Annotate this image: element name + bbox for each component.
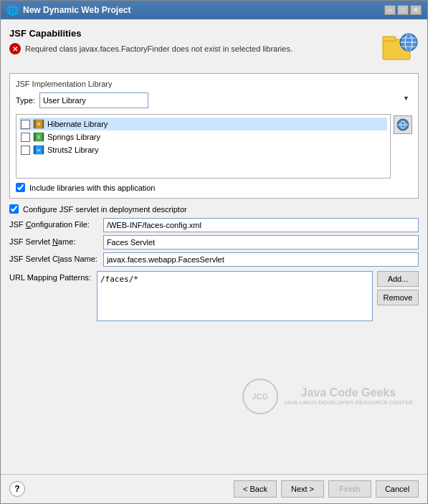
close-button[interactable]: ✕ [410, 5, 422, 15]
url-mapping-row: URL Mapping Patterns: /faces/* Add... Re… [9, 271, 419, 321]
library-item-hibernate[interactable]: H Hibernate Library [19, 118, 387, 130]
remove-url-button[interactable]: Remove [377, 290, 419, 305]
config-file-input[interactable] [103, 218, 419, 232]
configure-checkbox-row: Configure JSF servlet in deployment desc… [9, 204, 419, 214]
servlet-class-label: JSF Servlet Class Name: [9, 252, 98, 263]
header-section: JSF Capabilities ✕ Required class javax.… [9, 28, 419, 67]
config-file-label: JSF Configuration File: [9, 218, 98, 229]
servlet-class-input[interactable] [103, 252, 419, 267]
include-libraries-row: Include libraries with this application [16, 183, 412, 192]
type-row: Type: User Library Disable Library Confi… [16, 92, 412, 108]
header-left: JSF Capabilities ✕ Required class javax.… [9, 28, 381, 54]
maximize-button[interactable]: □ [397, 5, 409, 15]
jcg-brand-text: Java Code Geeks [284, 386, 413, 399]
library-list-area: H Hibernate Library S Springs Library [16, 114, 412, 179]
help-button[interactable]: ? [9, 481, 25, 497]
url-mapping-textarea[interactable]: /faces/* [97, 271, 373, 321]
jcg-sub-text: JAVA LINUX DEVELOPER RESOURCE CENTER [284, 399, 413, 406]
jsf-config-form: JSF Configuration File: JSF Servlet Name… [9, 218, 419, 267]
main-content: JSF Capabilities ✕ Required class javax.… [1, 19, 427, 474]
title-bar: 🌐 New Dynamic Web Project ─ □ ✕ [1, 1, 427, 19]
folder-globe-icon [381, 28, 419, 65]
hibernate-checkbox[interactable] [21, 120, 30, 129]
back-label: < Back [243, 485, 267, 493]
section-title: JSF Capabilities [9, 28, 381, 39]
watermark: JCG Java Code Geeks JAVA LINUX DEVELOPER… [242, 379, 413, 414]
window-controls: ─ □ ✕ [384, 5, 422, 15]
type-select-wrapper[interactable]: User Library Disable Library Configurati… [39, 92, 412, 108]
type-label: Type: [16, 96, 35, 105]
bottom-bar: ? < Back Next > Finish Cancel [1, 474, 427, 503]
finish-label: Finish [339, 485, 360, 493]
servlet-name-input[interactable] [103, 235, 419, 249]
library-manage-icon [396, 118, 409, 131]
jcg-circle-text: JCG [252, 392, 268, 401]
library-manage-button[interactable] [394, 115, 412, 134]
next-button[interactable]: Next > [281, 480, 324, 498]
watermark-logo: JCG Java Code Geeks JAVA LINUX DEVELOPER… [242, 379, 413, 414]
springs-book-icon: S [33, 132, 44, 142]
jcg-circle: JCG [242, 379, 278, 414]
type-select[interactable]: User Library Disable Library Configurati… [39, 92, 148, 108]
servlet-name-label: JSF Servlet Name: [9, 235, 98, 246]
configure-servlet-checkbox[interactable] [9, 204, 19, 214]
watermark-area: JCG Java Code Geeks JAVA LINUX DEVELOPER… [9, 327, 419, 465]
springs-library-name: Springs Library [47, 133, 100, 141]
include-libraries-checkbox[interactable] [16, 183, 25, 192]
jsf-impl-label: JSF Implementation Library [16, 80, 412, 88]
list-side-buttons [394, 114, 412, 179]
struts2-checkbox[interactable] [21, 146, 30, 155]
finish-button[interactable]: Finish [328, 480, 371, 498]
svg-text:H: H [37, 122, 40, 126]
next-label: Next > [291, 485, 314, 493]
struts2-book-icon: S2 [33, 145, 44, 155]
svg-rect-1 [383, 37, 396, 41]
url-mapping-buttons: Add... Remove [377, 271, 419, 321]
add-url-button[interactable]: Add... [377, 271, 419, 287]
config-file-label-text: JSF Configuration File: [9, 220, 90, 229]
url-mapping-right: /faces/* Add... Remove [97, 271, 419, 321]
library-item-springs[interactable]: S Springs Library [19, 130, 387, 143]
springs-checkbox[interactable] [21, 133, 30, 142]
include-libraries-label: Include libraries with this application [29, 184, 155, 192]
library-item-struts2[interactable]: S2 Struts2 Library [19, 143, 387, 156]
svg-text:S2: S2 [37, 148, 42, 152]
title-bar-text: New Dynamic Web Project [23, 5, 380, 15]
configure-section: Configure JSF servlet in deployment desc… [9, 204, 419, 321]
back-button[interactable]: < Back [234, 480, 277, 498]
jcg-brand: Java Code Geeks JAVA LINUX DEVELOPER RES… [284, 386, 413, 406]
minimize-button[interactable]: ─ [384, 5, 396, 15]
cancel-button[interactable]: Cancel [376, 480, 419, 498]
window: 🌐 New Dynamic Web Project ─ □ ✕ JSF Capa… [0, 0, 428, 504]
configure-servlet-label: Configure JSF servlet in deployment desc… [23, 205, 187, 214]
hibernate-library-name: Hibernate Library [47, 120, 108, 128]
error-text: Required class javax.faces.FactoryFinder… [25, 44, 293, 53]
folder-icon-area [381, 28, 419, 67]
hibernate-book-icon: H [33, 119, 44, 129]
error-row: ✕ Required class javax.faces.FactoryFind… [9, 43, 381, 54]
library-list: H Hibernate Library S Springs Library [16, 114, 391, 179]
url-mapping-label: URL Mapping Patterns: [9, 271, 91, 282]
nav-buttons: < Back Next > Finish Cancel [234, 480, 419, 498]
struts2-library-name: Struts2 Library [47, 146, 99, 154]
title-bar-icon: 🌐 [6, 4, 19, 16]
jsf-impl-group: JSF Implementation Library Type: User Li… [9, 73, 419, 199]
error-icon: ✕ [9, 43, 21, 54]
